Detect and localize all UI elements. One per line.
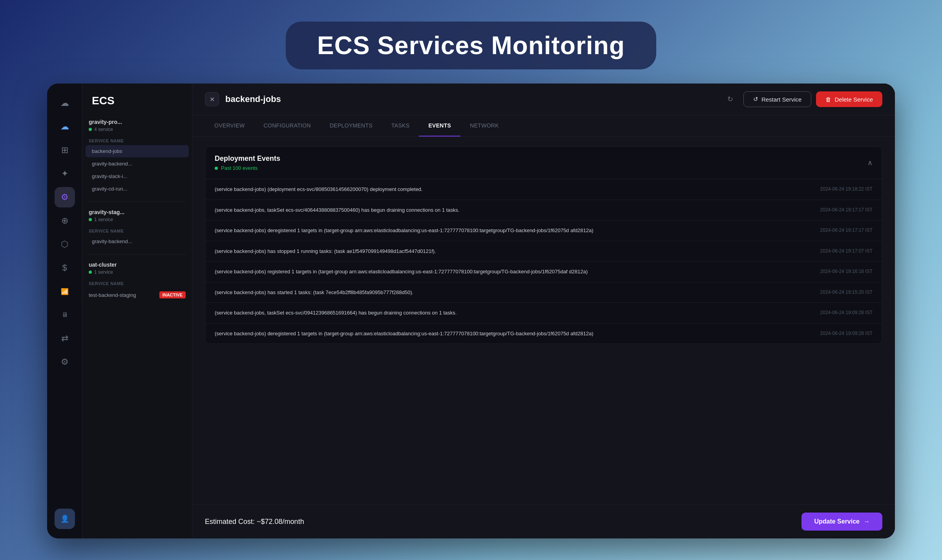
event-timestamp: 2024-06-24 19:15:20 IST xyxy=(820,289,873,295)
transfer-icon[interactable]: ⇄ xyxy=(55,328,75,349)
event-row: (service backend-jobs, taskSet ecs-svc/0… xyxy=(205,303,882,324)
main-content: ✕ backend-jobs ↻ ↺ Restart Service 🗑 Del… xyxy=(192,84,895,538)
event-message: (service backend-jobs, taskSet ecs-svc/4… xyxy=(215,206,808,214)
events-section: Deployment Events Past 100 events ∧ (ser… xyxy=(205,146,882,344)
event-message: (service backend-jobs) has started 1 tas… xyxy=(215,289,808,296)
restart-service-button[interactable]: ↺ Restart Service xyxy=(743,91,812,107)
tab-events[interactable]: EVENTS xyxy=(419,115,460,136)
cluster-gravity-stag-services: SERVICE NAME gravity-backend... xyxy=(82,226,192,251)
event-message: (service backend-jobs) (deployment ecs-s… xyxy=(215,185,808,193)
signal-icon[interactable]: 📶 xyxy=(55,281,75,302)
events-subtitle-text: Past 100 events xyxy=(221,165,257,171)
dollar-icon[interactable]: $ xyxy=(55,258,75,278)
cluster-gravity-pro-header[interactable]: gravity-pro... 4 service xyxy=(82,115,192,136)
service-item-gravity-cd[interactable]: gravity-cd-run... xyxy=(86,183,189,195)
cluster-gravity-stag-header[interactable]: gravity-stag... 1 service xyxy=(82,205,192,226)
service-item-gravity-slack[interactable]: gravity-slack-i... xyxy=(86,170,189,182)
cluster-uat-name: uat-cluster xyxy=(89,262,186,268)
delete-label: Delete Service xyxy=(834,96,873,103)
collapse-button[interactable]: ∧ xyxy=(867,158,873,167)
event-message: (service backend-jobs) registered 1 targ… xyxy=(215,268,808,276)
event-row: (service backend-jobs) has stopped 1 run… xyxy=(205,241,882,262)
tab-network[interactable]: NETWORK xyxy=(460,115,508,136)
estimated-cost: Estimated Cost: ~$72.08/month xyxy=(205,518,304,526)
main-container: ☁ ☁ ⊞ ✦ ⚙ ⊕ ⬡ $ 📶 🖥 ⇄ ⚙ 👤 ECS gravity-pr… xyxy=(47,84,895,538)
service-item-name: gravity-cd-run... xyxy=(92,186,183,192)
service-item-name: gravity-slack-i... xyxy=(92,173,183,179)
database-icon[interactable]: ⬡ xyxy=(55,234,75,255)
nodes-icon[interactable]: ✦ xyxy=(55,164,75,184)
event-timestamp: 2024-06-24 19:09:28 IST xyxy=(820,309,873,315)
cluster-uat-header[interactable]: uat-cluster 1 service xyxy=(82,258,192,279)
cluster-uat-badge: 1 service xyxy=(89,269,186,275)
status-dot xyxy=(89,128,92,131)
content-area: Deployment Events Past 100 events ∧ (ser… xyxy=(192,137,895,504)
service-item-name: test-backend-staging xyxy=(89,292,156,298)
service-name-header: SERVICE NAME xyxy=(82,226,192,235)
page-title: ECS Services Monitoring xyxy=(317,31,625,60)
event-row: (service backend-jobs) deregistered 1 ta… xyxy=(205,324,882,344)
status-dot xyxy=(89,218,92,221)
cluster-gravity-stag-name: gravity-stag... xyxy=(89,209,186,215)
status-dot xyxy=(89,271,92,274)
tab-deployments[interactable]: DEPLOYMENTS xyxy=(320,115,382,136)
cluster-service-count: 1 service xyxy=(94,269,113,275)
divider2 xyxy=(89,254,186,255)
service-item-test-backend[interactable]: test-backend-staging INACTIVE xyxy=(82,287,192,302)
event-row: (service backend-jobs, taskSet ecs-svc/4… xyxy=(205,200,882,221)
cluster-uat-services: SERVICE NAME test-backend-staging INACTI… xyxy=(82,279,192,305)
tab-overview[interactable]: OVERVIEW xyxy=(205,115,254,136)
events-subtitle: Past 100 events xyxy=(215,165,280,171)
event-message: (service backend-jobs, taskSet ecs-svc/0… xyxy=(215,309,808,317)
cluster-service-count: 4 service xyxy=(94,127,113,132)
events-title: Deployment Events xyxy=(215,155,280,163)
update-service-button[interactable]: Update Service → xyxy=(801,513,882,531)
event-message: (service backend-jobs) deregistered 1 ta… xyxy=(215,227,808,235)
tab-configuration[interactable]: CONFIGURATION xyxy=(254,115,320,136)
restart-icon: ↺ xyxy=(753,96,758,103)
refresh-button[interactable]: ↻ xyxy=(724,93,737,106)
monitor-icon[interactable]: 🖥 xyxy=(55,305,75,325)
grid-icon[interactable]: ⊞ xyxy=(55,140,75,160)
event-message: (service backend-jobs) has stopped 1 run… xyxy=(215,247,808,255)
delete-icon: 🗑 xyxy=(825,96,831,103)
sidebar: ECS gravity-pro... 4 service SERVICE NAM… xyxy=(82,84,192,538)
restart-label: Restart Service xyxy=(761,96,802,103)
service-item-name: backend-jobs xyxy=(92,148,183,154)
cluster-gravity-stag-badge: 1 service xyxy=(89,217,186,222)
close-button[interactable]: ✕ xyxy=(205,92,219,106)
event-timestamp: 2024-06-24 19:17:17 IST xyxy=(820,227,873,233)
cloud2-icon[interactable]: ☁ xyxy=(55,116,75,137)
cloud-icon[interactable]: ☁ xyxy=(55,93,75,113)
arrow-right-icon: → xyxy=(864,518,870,525)
event-message: (service backend-jobs) deregistered 1 ta… xyxy=(215,330,808,338)
cluster-gravity-stag: gravity-stag... 1 service SERVICE NAME g… xyxy=(82,205,192,251)
event-timestamp: 2024-06-24 19:18:22 IST xyxy=(820,185,873,192)
page-title-bar: ECS Services Monitoring xyxy=(286,22,656,69)
current-service-name: backend-jobs xyxy=(225,94,717,104)
tabs-bar: OVERVIEW CONFIGURATION DEPLOYMENTS TASKS… xyxy=(192,115,895,137)
event-timestamp: 2024-06-24 19:17:07 IST xyxy=(820,247,873,254)
top-bar: ✕ backend-jobs ↻ ↺ Restart Service 🗑 Del… xyxy=(192,84,895,115)
cluster-gravity-pro-badge: 4 service xyxy=(89,127,186,132)
settings-cog-icon[interactable]: ⚙ xyxy=(55,187,75,207)
status-badge-inactive: INACTIVE xyxy=(159,291,186,298)
gear-icon[interactable]: ⚙ xyxy=(55,352,75,372)
cluster-service-count: 1 service xyxy=(94,217,113,222)
events-header: Deployment Events Past 100 events ∧ xyxy=(205,147,882,179)
event-row: (service backend-jobs) has started 1 tas… xyxy=(205,282,882,303)
cluster-gravity-pro: gravity-pro... 4 service SERVICE NAME ba… xyxy=(82,115,192,198)
tab-tasks[interactable]: TASKS xyxy=(382,115,419,136)
delete-service-button[interactable]: 🗑 Delete Service xyxy=(816,91,882,107)
user-avatar-icon[interactable]: 👤 xyxy=(55,509,75,529)
service-item-gravity-backend-stag[interactable]: gravity-backend... xyxy=(86,235,189,247)
cluster-gravity-pro-name: gravity-pro... xyxy=(89,119,186,125)
top-bar-actions: ↺ Restart Service 🗑 Delete Service xyxy=(743,91,882,107)
events-title-group: Deployment Events Past 100 events xyxy=(215,155,280,171)
service-item-name: gravity-backend... xyxy=(92,161,183,167)
plugin-icon[interactable]: ⊕ xyxy=(55,211,75,231)
service-name-header: SERVICE NAME xyxy=(82,279,192,287)
service-item-gravity-backend[interactable]: gravity-backend... xyxy=(86,158,189,170)
service-item-backend-jobs[interactable]: backend-jobs xyxy=(86,145,189,157)
bottom-bar: Estimated Cost: ~$72.08/month Update Ser… xyxy=(192,504,895,538)
